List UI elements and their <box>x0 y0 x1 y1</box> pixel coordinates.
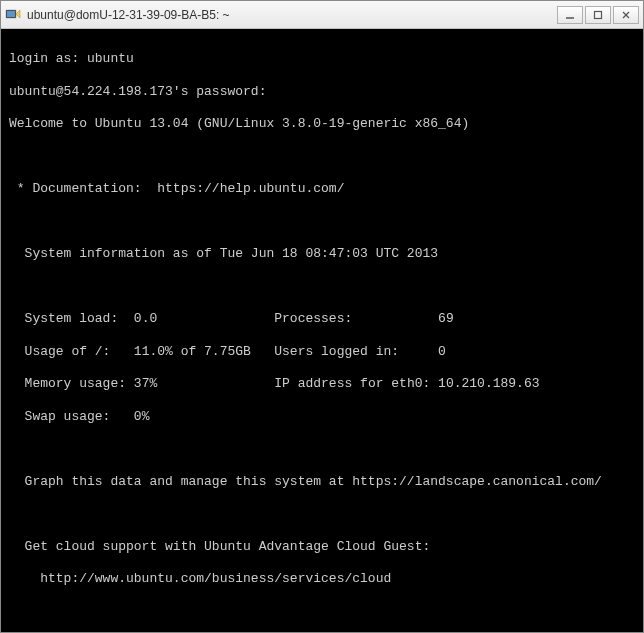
swap-value: 0% <box>134 409 150 424</box>
processes-value: 69 <box>438 311 454 326</box>
putty-icon <box>5 7 21 23</box>
system-load-label: System load: <box>9 311 134 326</box>
cloud-line-2: http://www.ubuntu.com/business/services/… <box>9 571 635 587</box>
terminal-window: ubuntu@domU-12-31-39-09-BA-B5: ~ login a… <box>0 0 644 633</box>
terminal-body[interactable]: login as: ubuntu ubuntu@54.224.198.173's… <box>1 29 643 632</box>
login-prompt: login as: ubuntu <box>9 51 635 67</box>
blank-line <box>9 279 635 295</box>
memory-value: 37% <box>134 376 157 391</box>
swap-label: Swap usage: <box>9 409 134 424</box>
svg-rect-1 <box>7 11 15 17</box>
cloud-line-1: Get cloud support with Ubuntu Advantage … <box>9 539 635 555</box>
window-title: ubuntu@domU-12-31-39-09-BA-B5: ~ <box>27 8 557 22</box>
stat-row-1: System load: 0.0 Processes: 69 <box>9 311 635 327</box>
users-value: 0 <box>438 344 446 359</box>
graph-line: Graph this data and manage this system a… <box>9 474 635 490</box>
stat-row-4: Swap usage: 0% <box>9 409 635 425</box>
usage-label: Usage of /: <box>9 344 134 359</box>
titlebar[interactable]: ubuntu@domU-12-31-39-09-BA-B5: ~ <box>1 1 643 29</box>
processes-label: Processes: <box>274 311 438 326</box>
documentation-line: * Documentation: https://help.ubuntu.com… <box>9 181 635 197</box>
ip-value: 10.210.189.63 <box>438 376 539 391</box>
close-button[interactable] <box>613 6 639 24</box>
blank-line <box>9 506 635 522</box>
blank-line <box>9 441 635 457</box>
ip-label: IP address for eth0: <box>274 376 438 391</box>
password-prompt: ubuntu@54.224.198.173's password: <box>9 84 635 100</box>
memory-label: Memory usage: <box>9 376 134 391</box>
usage-value: 11.0% of 7.75GB <box>134 344 251 359</box>
system-load-value: 0.0 <box>134 311 157 326</box>
blank-line <box>9 604 635 620</box>
window-controls <box>557 6 639 24</box>
sysinfo-header: System information as of Tue Jun 18 08:4… <box>9 246 635 262</box>
maximize-button[interactable] <box>585 6 611 24</box>
minimize-button[interactable] <box>557 6 583 24</box>
svg-rect-3 <box>595 11 602 18</box>
stat-row-2: Usage of /: 11.0% of 7.75GB Users logged… <box>9 344 635 360</box>
blank-line <box>9 149 635 165</box>
welcome-line: Welcome to Ubuntu 13.04 (GNU/Linux 3.8.0… <box>9 116 635 132</box>
blank-line <box>9 214 635 230</box>
users-label: Users logged in: <box>274 344 438 359</box>
stat-row-3: Memory usage: 37% IP address for eth0: 1… <box>9 376 635 392</box>
